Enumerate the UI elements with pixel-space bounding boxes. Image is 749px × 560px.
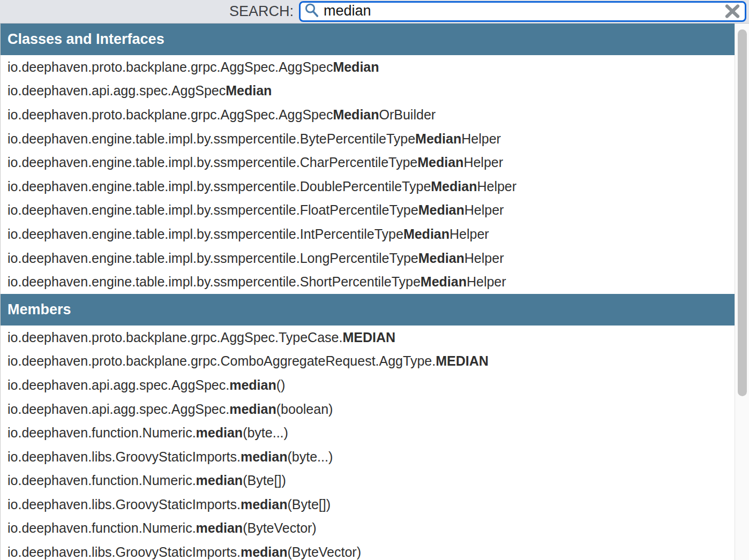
result-text-match: Median — [403, 226, 450, 242]
search-input[interactable] — [320, 3, 745, 20]
result-text-post: Helper — [463, 155, 503, 170]
result-text-match: Median — [333, 107, 379, 123]
result-text-match: median — [196, 425, 243, 441]
result-text-pre: io.deephaven.engine.table.impl.by.ssmper… — [8, 226, 403, 242]
result-row[interactable]: io.deephaven.engine.table.impl.by.ssmper… — [1, 199, 735, 223]
result-text-post: Helper — [477, 179, 516, 194]
result-text-match: Median — [418, 202, 465, 218]
result-text-pre: io.deephaven.api.agg.spec.AggSpec. — [8, 377, 229, 393]
search-icon — [304, 2, 320, 21]
result-row[interactable]: io.deephaven.function.Numeric.median(byt… — [1, 421, 735, 445]
result-row[interactable]: io.deephaven.api.agg.spec.AggSpec.median… — [1, 397, 735, 421]
result-text-post: () — [276, 377, 286, 393]
result-text-match: median — [229, 402, 276, 417]
result-text-post: Helper — [467, 274, 506, 290]
section-header: Classes and Interfaces — [1, 24, 735, 55]
result-text-pre: io.deephaven.function.Numeric. — [8, 473, 196, 488]
result-text-post: (byte...) — [287, 449, 333, 465]
result-text-post: Helper — [465, 202, 504, 218]
result-text-match: MEDIAN — [436, 353, 489, 369]
result-row[interactable]: io.deephaven.engine.table.impl.by.ssmper… — [1, 246, 735, 270]
result-text-pre: io.deephaven.proto.backplane.grpc.ComboA… — [8, 353, 436, 369]
result-text-post: (ByteVector) — [243, 520, 317, 536]
result-text-post: (ByteVector) — [287, 544, 361, 560]
result-text-post: OrBuilder — [379, 107, 436, 123]
result-text-pre: io.deephaven.libs.GroovyStaticImports. — [8, 449, 241, 465]
result-text-pre: io.deephaven.api.agg.spec.AggSpec. — [8, 402, 229, 417]
result-text-pre: io.deephaven.engine.table.impl.by.ssmper… — [8, 155, 417, 170]
result-text-match: Median — [418, 251, 465, 266]
section-header: Members — [1, 294, 735, 326]
search-bar: SEARCH: — [0, 0, 749, 24]
result-row[interactable]: io.deephaven.engine.table.impl.by.ssmper… — [1, 222, 735, 246]
result-text-match: Median — [421, 274, 467, 290]
result-text-pre: io.deephaven.function.Numeric. — [8, 520, 196, 536]
result-text-match: Median — [417, 155, 463, 170]
result-text-match: median — [196, 473, 243, 488]
scrollbar-track[interactable] — [735, 24, 749, 560]
result-text-pre: io.deephaven.engine.table.impl.by.ssmper… — [8, 251, 418, 266]
result-row[interactable]: io.deephaven.engine.table.impl.by.ssmper… — [1, 127, 735, 151]
result-row[interactable]: io.deephaven.libs.GroovyStaticImports.me… — [1, 445, 735, 469]
search-label: SEARCH: — [229, 3, 294, 20]
result-text-post: Helper — [450, 226, 489, 242]
search-input-wrap[interactable] — [299, 1, 746, 22]
result-text-post: (boolean) — [276, 402, 333, 417]
result-text-pre: io.deephaven.engine.table.impl.by.ssmper… — [8, 274, 421, 290]
result-text-match: Median — [415, 131, 461, 147]
result-text-pre: io.deephaven.proto.backplane.grpc.AggSpe… — [8, 59, 333, 75]
result-text-pre: io.deephaven.libs.GroovyStaticImports. — [8, 544, 241, 560]
result-row[interactable]: io.deephaven.libs.GroovyStaticImports.me… — [1, 540, 735, 560]
result-row[interactable]: io.deephaven.engine.table.impl.by.ssmper… — [1, 150, 735, 175]
result-row[interactable]: io.deephaven.libs.GroovyStaticImports.me… — [1, 493, 735, 517]
close-icon[interactable] — [724, 4, 741, 19]
result-row[interactable]: io.deephaven.proto.backplane.grpc.ComboA… — [1, 350, 735, 374]
result-row[interactable]: io.deephaven.engine.table.impl.by.ssmper… — [1, 175, 735, 199]
result-row[interactable]: io.deephaven.api.agg.spec.AggSpecMedian — [1, 79, 735, 103]
result-text-post: Helper — [461, 131, 501, 147]
result-text-pre: io.deephaven.proto.backplane.grpc.AggSpe… — [8, 107, 333, 123]
result-text-pre: io.deephaven.engine.table.impl.by.ssmper… — [8, 179, 431, 194]
result-text-pre: io.deephaven.proto.backplane.grpc.AggSpe… — [8, 330, 342, 345]
result-text-match: Median — [431, 179, 477, 194]
result-row[interactable]: io.deephaven.proto.backplane.grpc.AggSpe… — [1, 103, 735, 127]
results-list: Classes and Interfacesio.deephaven.proto… — [1, 24, 735, 560]
result-row[interactable]: io.deephaven.function.Numeric.median(Byt… — [1, 517, 735, 541]
result-row[interactable]: io.deephaven.api.agg.spec.AggSpec.median… — [1, 373, 735, 397]
result-text-pre: io.deephaven.libs.GroovyStaticImports. — [8, 497, 241, 512]
result-text-match: Median — [226, 83, 272, 99]
result-text-match: median — [241, 497, 288, 512]
result-text-match: median — [229, 377, 276, 393]
result-text-pre: io.deephaven.api.agg.spec.AggSpec — [8, 83, 226, 99]
result-text-post: (byte...) — [243, 425, 288, 441]
result-text-pre: io.deephaven.function.Numeric. — [8, 425, 196, 441]
result-text-post: (Byte[]) — [243, 473, 286, 488]
result-text-match: MEDIAN — [342, 330, 395, 345]
result-row[interactable]: io.deephaven.proto.backplane.grpc.AggSpe… — [1, 55, 735, 79]
result-row[interactable]: io.deephaven.function.Numeric.median(Byt… — [1, 469, 735, 493]
scrollbar-thumb[interactable] — [738, 29, 747, 396]
result-text-match: median — [196, 520, 243, 536]
result-text-pre: io.deephaven.engine.table.impl.by.ssmper… — [8, 202, 418, 218]
search-results-panel: Classes and Interfacesio.deephaven.proto… — [0, 24, 749, 560]
result-row[interactable]: io.deephaven.proto.backplane.grpc.AggSpe… — [1, 326, 735, 350]
result-text-match: median — [241, 544, 288, 560]
result-text-post: (Byte[]) — [287, 497, 331, 512]
result-row[interactable]: io.deephaven.engine.table.impl.by.ssmper… — [1, 270, 735, 294]
result-text-match: Median — [333, 59, 379, 75]
result-text-match: median — [241, 449, 288, 465]
result-text-pre: io.deephaven.engine.table.impl.by.ssmper… — [8, 131, 415, 147]
result-text-post: Helper — [465, 251, 504, 266]
